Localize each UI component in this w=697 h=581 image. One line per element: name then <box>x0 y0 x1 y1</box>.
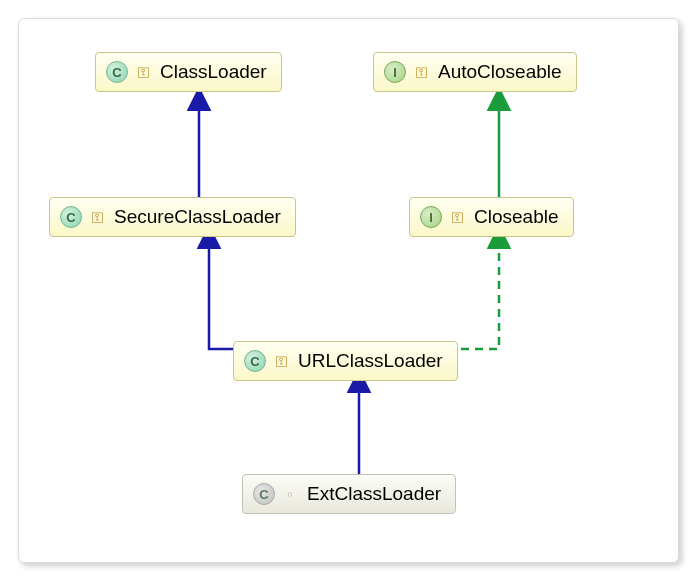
class-icon: C <box>106 61 128 83</box>
public-modifier-icon: ⚿ <box>274 354 288 368</box>
interface-icon: I <box>384 61 406 83</box>
public-modifier-icon: ⚿ <box>414 65 428 79</box>
class-icon: C <box>60 206 82 228</box>
node-label: SecureClassLoader <box>114 206 281 228</box>
node-secure-class-loader[interactable]: C ⚿ SecureClassLoader <box>49 197 296 237</box>
public-modifier-icon: ⚿ <box>90 210 104 224</box>
node-label: AutoCloseable <box>438 61 562 83</box>
diagram-frame: C ⚿ ClassLoader I ⚿ AutoCloseable C ⚿ Se… <box>18 18 679 563</box>
node-auto-closeable[interactable]: I ⚿ AutoCloseable <box>373 52 577 92</box>
interface-icon: I <box>420 206 442 228</box>
node-closeable[interactable]: I ⚿ Closeable <box>409 197 574 237</box>
node-label: URLClassLoader <box>298 350 443 372</box>
edge-extends <box>209 245 339 349</box>
node-class-loader[interactable]: C ⚿ ClassLoader <box>95 52 282 92</box>
class-icon: C <box>253 483 275 505</box>
node-label: ExtClassLoader <box>307 483 441 505</box>
edge-implements <box>419 245 499 349</box>
node-label: Closeable <box>474 206 559 228</box>
public-modifier-icon: ⚿ <box>136 65 150 79</box>
private-modifier-icon: ○ <box>283 487 297 501</box>
node-label: ClassLoader <box>160 61 267 83</box>
class-icon: C <box>244 350 266 372</box>
node-url-class-loader[interactable]: C ⚿ URLClassLoader <box>233 341 458 381</box>
public-modifier-icon: ⚿ <box>450 210 464 224</box>
node-ext-class-loader[interactable]: C ○ ExtClassLoader <box>242 474 456 514</box>
